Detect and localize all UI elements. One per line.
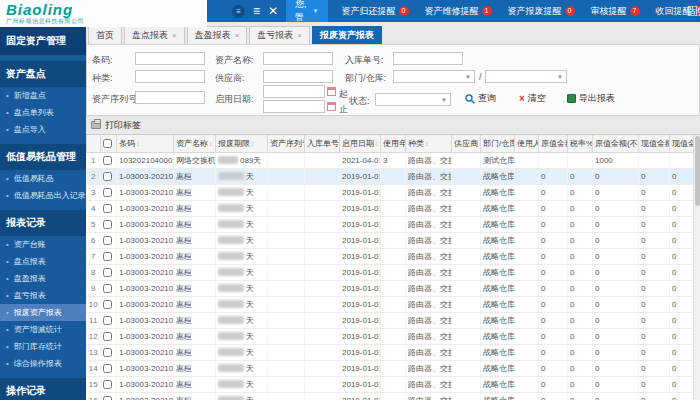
row-checkbox[interactable] (103, 364, 112, 373)
table-row[interactable]: 81-03003-20210128-惠桓天2019-01-01路由器、交换战略仓… (87, 264, 700, 280)
table-row[interactable]: 151-03003-20210128-惠桓天2019-01-01路由器、交换战略… (87, 376, 700, 392)
column-header-scrap[interactable]: 报废期限↕ (216, 135, 268, 152)
column-header-category[interactable]: 种类↕ (406, 135, 452, 152)
date-to-input[interactable] (263, 100, 325, 113)
dept-select[interactable]: ▼ (393, 70, 475, 83)
topbar-menu-item[interactable]: 审核提醒7 (591, 5, 640, 18)
table-row[interactable]: 161-03003-20210128-惠桓天2019-01-01路由器、交换战略… (87, 392, 700, 400)
column-header-years[interactable]: 使用年限 (381, 135, 406, 152)
sidebar-item[interactable]: •低值易耗品 (0, 170, 86, 187)
export-report-button[interactable]: 导出报表 (567, 92, 615, 105)
calendar-icon[interactable] (327, 87, 336, 96)
close-icon[interactable]: ✕ (268, 0, 278, 22)
category-input[interactable] (135, 70, 205, 83)
column-header-dept[interactable]: 部门/仓库↕ (481, 135, 515, 152)
menu-toggle-icon[interactable]: ≡ (253, 0, 260, 22)
table-row[interactable]: 21-03003-20210128-惠桓天2019-01-01路由器、交换战略仓… (87, 168, 700, 184)
column-header-amt_tax[interactable]: 原值金额(含 (539, 135, 568, 152)
warehouse-select[interactable]: ▼ (485, 70, 567, 83)
serial-input[interactable] (135, 91, 205, 104)
sidebar-item[interactable]: •资产增减统计 (0, 321, 86, 338)
status-select[interactable]: ▼ (375, 93, 451, 106)
table-row[interactable]: 31-03003-20210128-惠桓天2019-01-01路由器、交换战略仓… (87, 184, 700, 200)
date-from-input[interactable] (263, 85, 325, 98)
row-checkbox[interactable] (103, 316, 112, 325)
tab-item[interactable]: 盘盈报表× (187, 26, 248, 44)
table-row[interactable]: 101-03003-20210128-惠桓天2019-01-01路由器、交换战略… (87, 296, 700, 312)
scrollbar-thumb[interactable] (695, 136, 700, 206)
row-checkbox[interactable] (103, 172, 112, 181)
row-checkbox[interactable] (103, 268, 112, 277)
column-header-cur1[interactable]: 现值金额(不含税 (639, 135, 670, 152)
column-header-supplier[interactable]: 供应商↕ (452, 135, 481, 152)
row-checkbox[interactable] (103, 220, 112, 229)
sidebar-item[interactable]: •新增盘点 (0, 87, 86, 104)
row-checkbox[interactable] (103, 380, 112, 389)
sidebar-item[interactable]: •低值易耗品出入记录 (0, 187, 86, 204)
supplier-input[interactable] (263, 70, 333, 83)
table-row[interactable]: 71-03003-20210128-惠桓天2019-01-01路由器、交换战略仓… (87, 248, 700, 264)
sidebar-item[interactable]: •盘点单列表 (0, 104, 86, 121)
vertical-scrollbar[interactable] (693, 135, 700, 400)
calendar-icon[interactable] (327, 102, 336, 111)
sidebar-item[interactable]: •盘亏报表 (0, 287, 86, 304)
tab-item[interactable]: 盘点报表× (124, 26, 185, 44)
tab-active[interactable]: 报废资产报表 (312, 26, 382, 44)
sidebar-item[interactable]: •部门库存统计 (0, 338, 86, 355)
welcome-dropdown[interactable]: 欢迎您,管理员 ▼ (286, 0, 327, 22)
table-row[interactable]: 141-03003-20210128-惠桓天2019-01-01路由器、交换战略… (87, 360, 700, 376)
table-row[interactable]: 121-03003-20210128-惠桓天2019-01-01路由器、交换战略… (87, 328, 700, 344)
clear-button[interactable]: × 清空 (519, 92, 546, 105)
table-row[interactable]: 51-03003-20210128-惠桓天2019-01-01路由器、交换战略仓… (87, 216, 700, 232)
collapse-circle-icon[interactable]: ≡ (232, 5, 245, 18)
topbar-menu-item[interactable]: 资产维修提醒1 (425, 5, 492, 18)
sidebar-item-selected[interactable]: •报废资产报表 (0, 304, 86, 321)
row-checkbox[interactable] (103, 332, 112, 341)
tab-item[interactable]: 首页 (88, 26, 122, 44)
tab-item[interactable]: 盘亏报表× (249, 26, 310, 44)
tab-close-icon[interactable]: × (297, 27, 302, 44)
column-header-rate[interactable]: 税率%↕ (568, 135, 593, 152)
table-row[interactable]: 111-03003-20210128-惠桓天2019-01-01路由器、交换战略… (87, 312, 700, 328)
column-header-amt_notax[interactable]: 原值金额(不含税 (593, 135, 639, 152)
tab-close-icon[interactable]: × (235, 27, 240, 44)
print-label-button[interactable]: 打印标签 (86, 116, 700, 134)
table-row[interactable]: 41-03003-20210128-惠桓天2019-01-01路由器、交换战略仓… (87, 200, 700, 216)
row-checkbox[interactable] (103, 396, 112, 400)
tab-close-icon[interactable]: × (172, 27, 177, 44)
row-checkbox[interactable] (103, 156, 112, 165)
sort-icon[interactable]: ↕ (209, 140, 213, 147)
column-header-name[interactable]: 资产名称↕ (174, 135, 216, 152)
sidebar-section-header[interactable]: 报表记录 (0, 210, 86, 236)
column-header-serial[interactable]: 资产序列号 (268, 135, 305, 152)
topbar-menu-item[interactable]: 资产归还提醒0 (342, 5, 409, 18)
row-checkbox[interactable] (103, 348, 112, 357)
sidebar-section-header[interactable]: 操作记录 (0, 378, 86, 400)
row-checkbox[interactable] (103, 252, 112, 261)
sidebar-item[interactable]: •资产台账 (0, 236, 86, 253)
asset-name-input[interactable] (263, 52, 333, 65)
table-row[interactable]: 91-03003-20210128-惠桓天2019-01-01路由器、交换战略仓… (87, 280, 700, 296)
row-checkbox[interactable] (103, 300, 112, 309)
sort-icon[interactable]: ↕ (375, 140, 379, 147)
sort-icon[interactable]: ↕ (136, 140, 140, 147)
row-checkbox[interactable] (103, 188, 112, 197)
table-row[interactable]: 110320210400013网络交换机089天2021-04-013路由器、交… (87, 152, 700, 168)
row-checkbox[interactable] (103, 284, 112, 293)
sort-icon[interactable]: ↕ (425, 140, 429, 147)
row-checkbox[interactable] (103, 236, 112, 245)
row-checkbox[interactable] (103, 204, 112, 213)
column-header-barcode[interactable]: 条码↕ (117, 135, 174, 152)
column-header-order[interactable]: 入库单号↕ (305, 135, 340, 152)
sidebar-section-header[interactable]: 资产盘点 (0, 61, 86, 87)
order-no-input[interactable] (393, 52, 463, 65)
column-header-date[interactable]: 启用日期↕ (340, 135, 381, 152)
table-row[interactable]: 131-03003-20210128-惠桓天2019-01-01路由器、交换战略… (87, 344, 700, 360)
column-header-user[interactable]: 使用人↕ (515, 135, 539, 152)
sidebar-item[interactable]: •盘点导入 (0, 121, 86, 138)
sidebar-item[interactable]: •综合操作报表 (0, 355, 86, 372)
select-all-checkbox[interactable] (103, 139, 112, 148)
sidebar-item[interactable]: •盘盈报表 (0, 270, 86, 287)
table-row[interactable]: 61-03003-20210128-惠桓天2019-01-01路由器、交换战略仓… (87, 232, 700, 248)
topbar-menu-item[interactable]: 资产报废提醒0 (508, 5, 575, 18)
